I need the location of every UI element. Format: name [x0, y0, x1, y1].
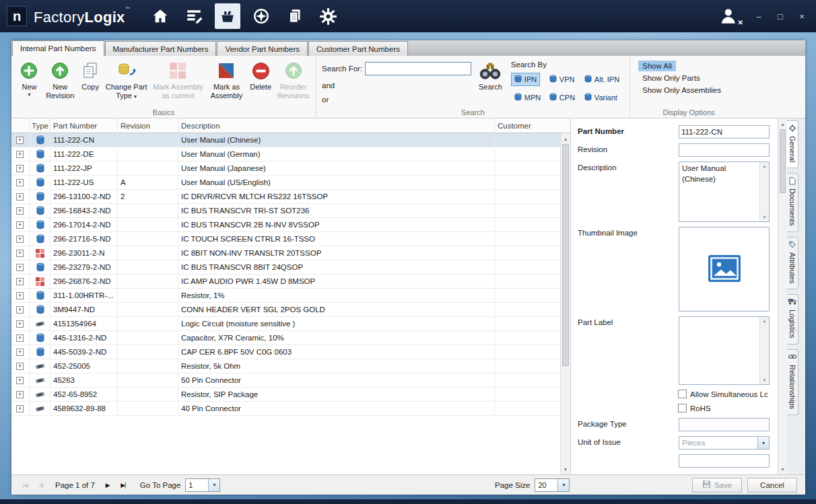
checkbox-box[interactable]: [678, 390, 687, 398]
side-tab-attributes[interactable]: Attributes: [787, 237, 798, 289]
search-for-input[interactable]: [365, 62, 471, 75]
row-expand-button[interactable]: +: [11, 218, 30, 231]
cancel-button[interactable]: Cancel: [747, 478, 797, 493]
minimize-button[interactable]: –: [754, 11, 763, 22]
tab-vendor-part-numbers[interactable]: Vendor Part Numbers: [217, 41, 308, 56]
table-row[interactable]: +111-222-JPUser Manual (Japanese): [11, 161, 560, 176]
scroll-down-arrow[interactable]: ▼: [561, 464, 570, 474]
table-row[interactable]: +311-1.00HRTR-...Resistor, 1%: [11, 289, 560, 303]
package-type-input[interactable]: [679, 418, 770, 431]
row-expand-button[interactable]: +: [11, 402, 30, 415]
show-only-parts-option[interactable]: Show Only Parts: [638, 73, 704, 83]
description-column-header[interactable]: Description: [178, 118, 495, 133]
delete-button[interactable]: Delete: [248, 59, 274, 106]
new-button[interactable]: New ▾: [17, 59, 42, 106]
table-row[interactable]: +296-13100-2-ND2IC DRVR/RCVR MLTCH RS232…: [11, 190, 560, 204]
table-row[interactable]: +296-23011-2-NIC 8BIT NON-INV TRANSLTR 2…: [11, 246, 560, 260]
search-by-ipn[interactable]: IPN: [511, 73, 540, 86]
grid-scroll-thumb[interactable]: [562, 144, 569, 366]
table-row[interactable]: +3M9447-NDCONN HEADER VERT SGL 2POS GOLD: [11, 303, 560, 317]
first-page-button[interactable]: |◀: [18, 478, 32, 492]
row-expand-button[interactable]: +: [11, 331, 30, 345]
new-revision-button[interactable]: New Revision: [43, 59, 77, 106]
table-row[interactable]: +452-65-8952Resistor, SIP Package: [11, 388, 560, 402]
table-row[interactable]: +296-21716-5-NDIC TOUCH SCREEN CTRLR 16-…: [11, 232, 560, 246]
part-label-textarea[interactable]: ▲▼: [679, 316, 770, 385]
row-expand-button[interactable]: +: [11, 246, 30, 260]
rohs-checkbox[interactable]: RoHS: [678, 404, 770, 412]
search-by-mpn[interactable]: MPN: [511, 91, 544, 104]
search-by-cpn[interactable]: CPN: [546, 91, 578, 104]
row-expand-button[interactable]: +: [11, 190, 30, 203]
table-row[interactable]: +4526350 Pin Connector: [11, 373, 560, 388]
table-row[interactable]: +445-5039-2-NDCAP CER 6.8PF 50V C0G 0603: [11, 345, 560, 359]
table-row[interactable]: +296-17014-2-NDIC BUS TRANSCVR 2B N-INV …: [11, 218, 560, 232]
part-number-column-header[interactable]: Part Number: [50, 118, 118, 133]
close-button[interactable]: ×: [797, 11, 807, 22]
table-row[interactable]: +452-25005Resistor, 5k Ohm: [11, 359, 560, 373]
row-expand-button[interactable]: +: [11, 359, 30, 373]
type-column-header[interactable]: Type: [30, 118, 50, 133]
row-expand-button[interactable]: +: [11, 232, 30, 246]
dropdown-arrow-icon[interactable]: ▼: [208, 479, 219, 491]
parts-library-icon[interactable]: [215, 3, 240, 29]
next-page-button[interactable]: ▶: [101, 478, 114, 492]
clipped-field[interactable]: [679, 454, 770, 468]
side-tab-logistics[interactable]: Logistics: [787, 294, 798, 345]
table-row[interactable]: +4151354964Logic Circuit (moisture sensi…: [11, 317, 560, 331]
show-only-assemblies-option[interactable]: Show Only Assemblies: [638, 85, 725, 96]
unit-of-issue-select[interactable]: Pieces ▼: [679, 436, 770, 449]
revision-column-header[interactable]: Revision: [118, 118, 178, 133]
home-icon[interactable]: [147, 3, 173, 29]
change-part-type-caret[interactable]: ▾: [134, 94, 137, 100]
search-by-alt-ipn[interactable]: Alt. IPN: [581, 73, 623, 86]
documents-icon[interactable]: [282, 3, 308, 29]
tab-customer-part-numbers[interactable]: Customer Part Numbers: [308, 41, 408, 56]
row-expand-button[interactable]: +: [11, 373, 30, 387]
row-expand-button[interactable]: +: [11, 289, 30, 302]
side-tab-general[interactable]: General: [787, 120, 798, 168]
user-signout-icon[interactable]: ✕: [719, 6, 742, 26]
grid-vertical-scrollbar[interactable]: ▲ ▼: [560, 133, 570, 474]
search-by-variant[interactable]: Variant: [581, 91, 621, 104]
detail-panel-scrollbar[interactable]: ▲ ▼: [778, 118, 787, 474]
row-expand-button[interactable]: +: [11, 147, 30, 161]
table-row[interactable]: +296-26876-2-NDIC AMP AUDIO PWR 1.45W D …: [11, 275, 560, 289]
checkbox-box[interactable]: [678, 404, 687, 412]
new-dropdown-caret[interactable]: ▾: [28, 92, 30, 98]
thumbnail-image-box[interactable]: [679, 227, 770, 312]
row-expand-button[interactable]: +: [11, 260, 30, 274]
allow-simultaneous-checkbox[interactable]: Allow Simultaneous Lc: [678, 390, 770, 398]
mark-as-assembly-button[interactable]: Mark as Assembly: [207, 59, 246, 106]
search-button[interactable]: Search: [478, 59, 503, 106]
row-expand-button[interactable]: +: [11, 317, 30, 330]
scroll-up-arrow[interactable]: ▲: [561, 134, 570, 143]
dropdown-arrow-icon[interactable]: ▼: [757, 437, 769, 449]
row-expand-button[interactable]: +: [11, 204, 30, 217]
save-button[interactable]: Save: [692, 478, 742, 493]
change-part-type-button[interactable]: Change Part Type ▾: [104, 59, 149, 106]
table-row[interactable]: +296-23279-2-NDIC BUS TRANSCVR 8BIT 24QS…: [11, 260, 560, 275]
page-size-select[interactable]: 20 ▼: [535, 478, 570, 492]
side-tab-relationships[interactable]: Relationships: [787, 349, 798, 415]
panel-scroll-down-arrow[interactable]: ▼: [778, 464, 787, 474]
last-page-button[interactable]: ▶|: [116, 478, 130, 492]
table-row[interactable]: +296-16843-2-NDIC BUS TRANSCVR TRI-ST SO…: [11, 204, 560, 218]
tab-internal-part-numbers[interactable]: Internal Part Numbers: [12, 40, 104, 56]
panel-scroll-up-arrow[interactable]: ▲: [778, 119, 787, 129]
row-expand-button[interactable]: +: [11, 303, 30, 316]
row-expand-button[interactable]: +: [11, 345, 30, 359]
description-textarea[interactable]: User Manual (Chinese) ▲▼: [679, 161, 770, 222]
show-all-option[interactable]: Show All: [638, 61, 676, 71]
tab-manufacturer-part-numbers[interactable]: Manufacturer Part Numbers: [105, 41, 217, 56]
panel-scroll-thumb[interactable]: [780, 129, 786, 193]
dispatch-icon[interactable]: [248, 3, 274, 29]
row-expand-button[interactable]: +: [11, 161, 30, 175]
table-row[interactable]: +111-222-CNUser Manual (Chinese): [11, 133, 560, 147]
previous-page-button[interactable]: ◀: [34, 478, 47, 492]
settings-gear-icon[interactable]: [316, 3, 341, 29]
copy-button[interactable]: Copy: [79, 59, 102, 106]
dropdown-arrow-icon[interactable]: ▼: [557, 479, 569, 491]
reorder-revisions-button[interactable]: Reorder Revisions: [275, 59, 312, 106]
table-row[interactable]: +111-222-USAUser Manual (US/English): [11, 176, 560, 190]
